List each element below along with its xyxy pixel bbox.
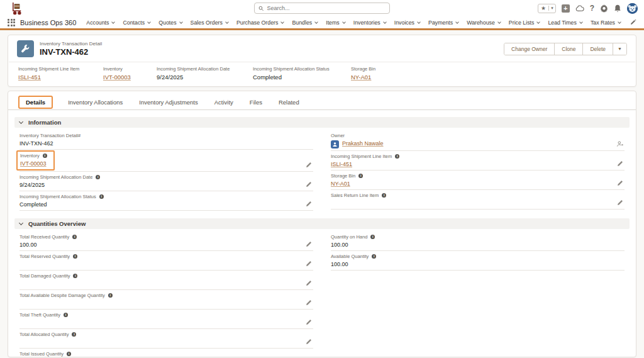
field-value-link[interactable]: Prakash Nawale bbox=[342, 140, 384, 147]
nav-item-warehouse[interactable]: Warehouse bbox=[467, 20, 501, 26]
edit-field-pencil-icon[interactable] bbox=[306, 260, 312, 267]
edit-field-pencil-icon[interactable] bbox=[306, 299, 312, 306]
info-icon[interactable]: i bbox=[395, 154, 399, 159]
user-avatar[interactable] bbox=[627, 3, 638, 14]
field-label: Quantity on Hand bbox=[331, 234, 367, 240]
favorites-caret-icon[interactable]: ▾ bbox=[548, 6, 555, 11]
record-actions: Change OwnerCloneDelete▼ bbox=[504, 43, 627, 55]
field-value-link[interactable]: NY-A01 bbox=[331, 181, 350, 187]
help-button[interactable]: ? bbox=[590, 4, 594, 13]
notifications-bell-icon bbox=[614, 4, 621, 13]
info-icon[interactable]: i bbox=[64, 313, 68, 317]
edit-field-pencil-icon[interactable] bbox=[306, 181, 312, 187]
nav-item-accounts[interactable]: Accounts bbox=[86, 20, 114, 26]
highlight-storage-bin: Storage BinNY-A01 bbox=[351, 66, 413, 81]
more-actions-dropdown-button[interactable]: ▼ bbox=[613, 43, 626, 55]
info-icon[interactable]: i bbox=[99, 194, 104, 199]
tab-inventory-adjustments[interactable]: Inventory Adjustments bbox=[138, 97, 199, 108]
info-icon[interactable]: i bbox=[43, 154, 47, 158]
info-icon[interactable]: i bbox=[72, 332, 76, 337]
field-inventory-transaction-detail: Inventory Transaction Detail#INV-TXN-462 bbox=[19, 130, 313, 150]
nav-item-sales-orders[interactable]: Sales Orders bbox=[191, 20, 228, 26]
change-owner-button[interactable]: Change Owner bbox=[504, 43, 554, 55]
edit-field-pencil-icon[interactable] bbox=[306, 162, 312, 168]
field-value-link[interactable]: IVT-00003 bbox=[20, 160, 47, 167]
setup-gear-icon bbox=[600, 4, 608, 13]
field-incoming-shipment-line-item: Incoming Shipment Line ItemiISLI-451 bbox=[331, 151, 625, 171]
nav-item-price-lists[interactable]: Price Lists bbox=[509, 20, 540, 26]
setup-button[interactable] bbox=[600, 4, 608, 13]
nav-item-lead-times[interactable]: Lead Times bbox=[548, 20, 582, 26]
nav-item-items[interactable]: Items bbox=[326, 20, 345, 26]
cart-logo-icon bbox=[10, 1, 25, 16]
info-icon[interactable]: i bbox=[358, 174, 363, 178]
edit-field-pencil-icon[interactable] bbox=[306, 338, 312, 345]
nav-item-payments[interactable]: Payments bbox=[428, 20, 458, 26]
global-search[interactable] bbox=[254, 3, 390, 14]
change-owner-icon[interactable] bbox=[616, 140, 623, 147]
annotation-highlight-box: InventoryiIVT-00003 bbox=[16, 150, 55, 171]
field-label: Sales Return Line Item bbox=[331, 193, 379, 198]
field-label: Inventory bbox=[20, 153, 40, 159]
info-icon[interactable]: i bbox=[108, 293, 113, 298]
field-value bbox=[19, 320, 299, 327]
highlight-value: Completed bbox=[253, 74, 351, 81]
info-icon[interactable]: i bbox=[372, 254, 376, 259]
edit-field-pencil-icon[interactable] bbox=[617, 160, 623, 167]
guidance-button[interactable] bbox=[575, 5, 584, 12]
nav-item-quotes[interactable]: Quotes bbox=[158, 20, 182, 26]
info-icon[interactable]: i bbox=[67, 352, 71, 356]
field-label: Inventory Transaction Detail# bbox=[19, 133, 80, 138]
chevron-down-icon bbox=[383, 20, 387, 24]
nav-item-inventories[interactable]: Inventories bbox=[353, 20, 386, 26]
nav-item-contacts[interactable]: Contacts bbox=[123, 20, 150, 26]
section-information-header[interactable]: Information bbox=[14, 117, 630, 128]
information-fields: Inventory Transaction Detail#INV-TXN-462… bbox=[14, 128, 630, 215]
edit-field-pencil-icon[interactable] bbox=[306, 319, 312, 325]
field-label: Total Theft Quantity bbox=[19, 312, 60, 318]
nav-item-bundles[interactable]: Bundles bbox=[292, 20, 318, 26]
info-icon[interactable]: i bbox=[370, 235, 375, 239]
nav-item-tax-rates[interactable]: Tax Rates bbox=[591, 20, 621, 26]
field-value-link[interactable]: ISLI-451 bbox=[331, 161, 352, 167]
section-quantities-header[interactable]: Quantities Overview bbox=[14, 218, 630, 229]
header-icon-bar: ★ ▾ + ? bbox=[538, 0, 638, 16]
tab-files[interactable]: Files bbox=[248, 97, 264, 108]
nav-item-label: Tax Rates bbox=[591, 20, 615, 26]
info-icon[interactable]: i bbox=[73, 274, 77, 278]
nav-edit-pencil-icon[interactable] bbox=[630, 20, 636, 26]
highlight-value-link[interactable]: IVT-00003 bbox=[103, 74, 131, 81]
info-icon[interactable]: i bbox=[96, 175, 100, 179]
app-launcher-icon[interactable] bbox=[8, 19, 15, 26]
edit-field-pencil-icon[interactable] bbox=[306, 280, 312, 286]
edit-field-pencil-icon[interactable] bbox=[617, 199, 623, 206]
notifications-button[interactable] bbox=[614, 4, 621, 13]
field-label: Incoming Shipment Allocation Status bbox=[19, 194, 96, 199]
info-icon[interactable]: i bbox=[382, 193, 386, 198]
app-name[interactable]: Business Ops 360 bbox=[20, 19, 76, 26]
edit-field-pencil-icon[interactable] bbox=[617, 180, 623, 186]
nav-item-purchase-orders[interactable]: Purchase Orders bbox=[236, 20, 284, 26]
tab-activity[interactable]: Activity bbox=[213, 97, 235, 108]
field-label: Total Allocated Quantity bbox=[19, 332, 69, 337]
tab-related[interactable]: Related bbox=[277, 97, 301, 108]
info-icon[interactable]: i bbox=[72, 235, 77, 239]
favorites-combo-button[interactable]: ★ ▾ bbox=[538, 4, 556, 13]
nav-item-label: Bundles bbox=[292, 20, 312, 26]
favorites-star-icon[interactable]: ★ bbox=[538, 5, 548, 11]
edit-field-pencil-icon[interactable] bbox=[306, 241, 312, 247]
search-input[interactable] bbox=[267, 5, 386, 11]
chevron-down-icon bbox=[147, 20, 151, 24]
delete-button[interactable]: Delete bbox=[582, 43, 613, 55]
clone-button[interactable]: Clone bbox=[554, 43, 582, 55]
field-value bbox=[19, 300, 299, 307]
chevron-down-icon bbox=[497, 20, 501, 24]
tab-details[interactable]: Details bbox=[18, 96, 53, 109]
info-icon[interactable]: i bbox=[73, 254, 77, 259]
highlight-value-link[interactable]: ISLI-451 bbox=[18, 74, 41, 81]
highlight-value-link[interactable]: NY-A01 bbox=[351, 74, 371, 81]
nav-item-invoices[interactable]: Invoices bbox=[394, 20, 420, 26]
tab-inventory-allocations[interactable]: Inventory Allocations bbox=[67, 97, 124, 108]
global-add-button[interactable]: + bbox=[562, 4, 570, 13]
edit-field-pencil-icon[interactable] bbox=[306, 201, 312, 207]
